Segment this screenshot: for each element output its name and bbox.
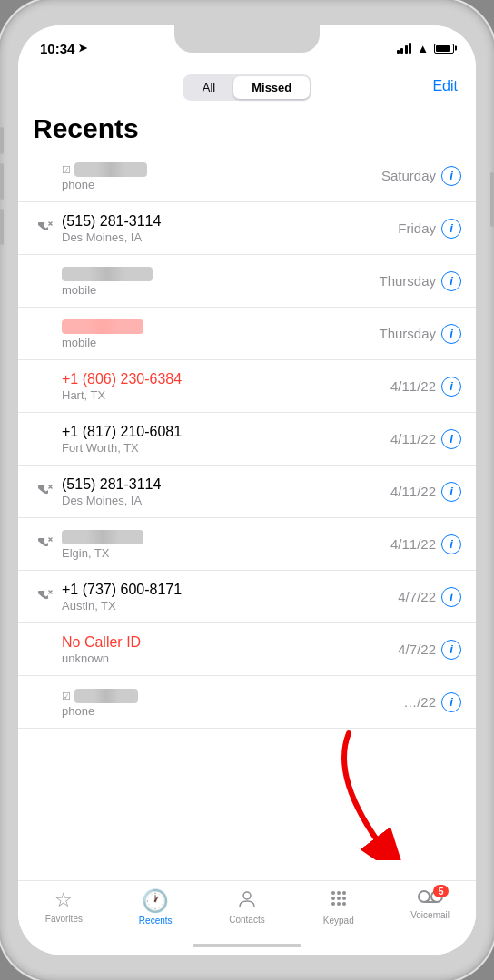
signal-bar-2	[400, 48, 403, 54]
svg-point-5	[331, 897, 335, 900]
call-info: No Caller ID unknown	[62, 633, 398, 666]
call-meta: 4/11/22 i	[390, 482, 461, 502]
call-type-icon	[33, 485, 58, 499]
call-info: mobile	[62, 265, 379, 298]
edit-button[interactable]: Edit	[432, 78, 458, 94]
info-button[interactable]: i	[441, 640, 461, 660]
signal-bar-3	[405, 45, 408, 54]
main-content: All Missed Edit Recents ☑	[18, 65, 476, 955]
call-subtitle: Hart, TX	[62, 388, 390, 402]
tab-favorites-label: Favorites	[45, 914, 83, 924]
info-button[interactable]: i	[441, 429, 461, 449]
signal-icon	[397, 43, 412, 54]
call-time: Thursday	[379, 273, 436, 289]
call-time: 4/7/22	[398, 642, 436, 657]
volume-down-button[interactable]	[0, 209, 4, 245]
call-info: Elgin, TX	[62, 528, 390, 561]
call-info: +1 (817) 210-6081 Fort Worth, TX	[62, 423, 390, 456]
voicemail-icon-wrap: 5	[418, 888, 443, 908]
contact-name: ☑	[62, 686, 403, 705]
call-info: (515) 281-3114 Des Moines, IA	[62, 212, 398, 245]
call-time: Saturday	[381, 168, 436, 183]
svg-point-2	[331, 891, 335, 895]
contact-name: +1 (817) 210-6081	[62, 423, 390, 442]
call-time: 4/11/22	[390, 431, 436, 446]
info-button[interactable]: i	[441, 587, 461, 607]
page-title: Recents	[18, 106, 476, 150]
call-item: Elgin, TX 4/11/22 i	[18, 518, 476, 571]
home-indicator[interactable]	[193, 944, 301, 947]
volume-up-button[interactable]	[0, 163, 4, 200]
info-button[interactable]: i	[441, 534, 461, 554]
wifi-icon: ▲	[417, 42, 429, 55]
call-item: (515) 281-3114 Des Moines, IA 4/11/22 i	[18, 466, 476, 518]
svg-point-11	[419, 891, 430, 902]
tab-keypad[interactable]: Keypad	[292, 888, 384, 926]
call-time: Thursday	[379, 326, 436, 341]
tab-recents[interactable]: 🕐 Recents	[110, 888, 202, 926]
tab-all[interactable]: All	[184, 76, 233, 99]
call-time: 4/11/22	[390, 536, 436, 552]
call-meta: Thursday i	[379, 324, 461, 344]
call-item: No Caller ID unknown 4/7/22 i	[18, 623, 476, 676]
power-button[interactable]	[490, 172, 494, 227]
call-meta: …/22 i	[403, 692, 461, 712]
call-subtitle: Des Moines, IA	[62, 494, 390, 507]
svg-point-1	[243, 892, 251, 899]
tab-voicemail-label: Voicemail	[410, 910, 450, 920]
tab-voicemail[interactable]: 5 Voicemail	[384, 888, 476, 920]
contacts-icon	[237, 888, 257, 913]
svg-point-9	[337, 902, 341, 906]
tab-keypad-label: Keypad	[323, 916, 354, 926]
signal-bar-4	[409, 43, 411, 54]
call-meta: Thursday i	[379, 271, 461, 291]
info-button[interactable]: i	[441, 166, 461, 186]
favorites-icon: ☆	[54, 888, 73, 912]
call-subtitle: Austin, TX	[62, 599, 398, 612]
navigation-icon: ➤	[78, 42, 87, 54]
tab-contacts[interactable]: Contacts	[202, 888, 293, 925]
call-list: ☑ phone Saturday i	[18, 150, 476, 880]
info-button[interactable]: i	[441, 271, 461, 291]
contact-name: (515) 281-3114	[62, 212, 398, 231]
call-type-icon	[33, 590, 58, 604]
call-subtitle: Fort Worth, TX	[62, 441, 390, 455]
info-button[interactable]: i	[441, 482, 461, 502]
call-item: +1 (806) 230-6384 Hart, TX 4/11/22 i	[18, 360, 476, 413]
phone-screen: 10:34 ➤ ▲ All	[18, 25, 476, 955]
status-icons: ▲	[397, 42, 454, 55]
call-item: +1 (817) 210-6081 Fort Worth, TX 4/11/22…	[18, 413, 476, 466]
call-meta: Friday i	[398, 219, 461, 239]
info-button[interactable]: i	[441, 219, 461, 239]
call-info: (515) 281-3114 Des Moines, IA	[62, 475, 390, 508]
filter-tabs: All Missed	[183, 74, 312, 101]
voicemail-badge: 5	[433, 885, 448, 897]
silent-switch[interactable]	[0, 127, 4, 154]
call-meta: Saturday i	[381, 166, 461, 186]
tab-favorites[interactable]: ☆ Favorites	[18, 888, 110, 924]
info-button[interactable]: i	[441, 377, 461, 397]
call-type-icon	[33, 537, 58, 552]
call-subtitle: Des Moines, IA	[62, 230, 398, 244]
call-item: mobile Thursday i	[18, 308, 476, 360]
info-button[interactable]: i	[441, 324, 461, 344]
call-time: 4/7/22	[398, 589, 436, 604]
tab-contacts-label: Contacts	[229, 915, 264, 925]
call-info: mobile	[62, 318, 379, 350]
call-meta: 4/11/22 i	[390, 534, 461, 554]
contact-name: +1 (737) 600-8171	[62, 581, 398, 600]
call-subtitle: phone	[62, 704, 403, 718]
info-button[interactable]: i	[441, 692, 461, 712]
filter-bar: All Missed Edit	[18, 65, 476, 106]
svg-point-6	[337, 897, 341, 900]
tab-missed[interactable]: Missed	[233, 76, 310, 99]
call-subtitle: phone	[62, 178, 381, 191]
call-subtitle: unknown	[62, 652, 398, 665]
call-item: mobile Thursday i	[18, 255, 476, 308]
call-subtitle: Elgin, TX	[62, 546, 390, 560]
call-item: ☑ phone Saturday i	[18, 150, 476, 202]
recents-icon: 🕐	[142, 888, 169, 914]
call-meta: 4/11/22 i	[390, 377, 461, 397]
signal-bar-1	[397, 50, 400, 54]
call-info: +1 (737) 600-8171 Austin, TX	[62, 581, 398, 613]
